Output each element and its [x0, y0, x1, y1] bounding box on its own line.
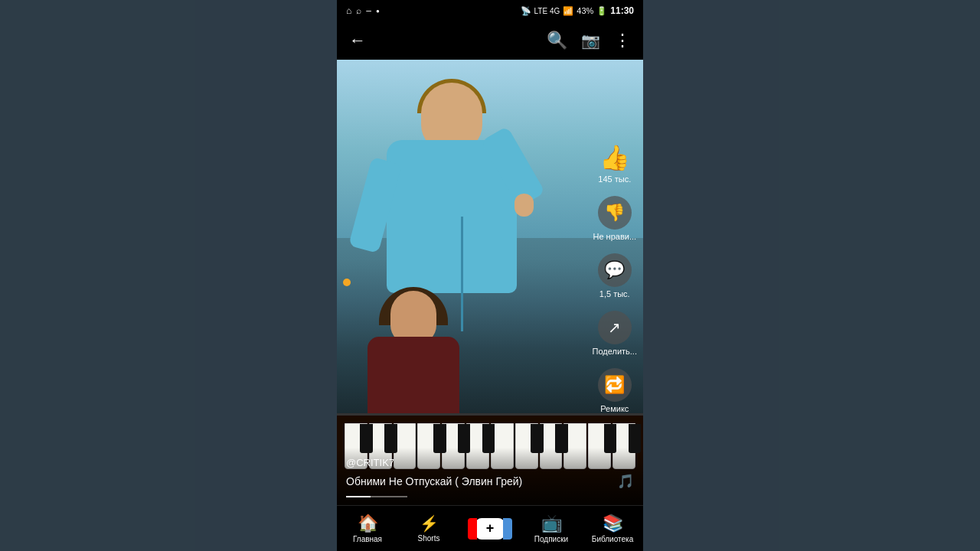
remix-button[interactable]: 🔁 Ремикс — [598, 368, 632, 413]
like-icon: 👍 — [599, 143, 630, 172]
share-icon: ↗ — [608, 318, 621, 337]
dot-status-icon: ● — [376, 8, 380, 15]
nav-shorts-button[interactable]: ⚡ Shorts — [398, 514, 459, 543]
video-title-row: Обними Не Отпускай ( Элвин Грей) 🎵 — [346, 473, 634, 490]
shorts-nav-icon: ⚡ — [420, 514, 439, 533]
hand-right — [514, 194, 534, 217]
subscriptions-nav-label: Подписки — [534, 535, 568, 543]
progress-bar — [346, 496, 407, 497]
search-button[interactable]: 🔍 — [547, 31, 567, 51]
battery-label: 43% — [577, 6, 593, 15]
shorts-nav-label: Shorts — [418, 534, 440, 543]
sound-icon[interactable]: 🎵 — [617, 473, 634, 490]
back-button[interactable]: ← — [349, 31, 366, 51]
channel-name: @CRITIK7 — [346, 457, 634, 468]
battery-icon: 🔋 — [596, 6, 607, 16]
subscriptions-nav-icon: 📺 — [541, 514, 562, 533]
library-nav-label: Библиотека — [592, 535, 633, 543]
camera-button[interactable]: 📷 — [581, 31, 600, 50]
status-bar-right: 📡 LTE 4G 📶 43% 🔋 11:30 — [521, 5, 634, 16]
status-bar-left: ⌂ ⌕ – ● — [346, 5, 380, 16]
comment-icon-circle: 💬 — [598, 253, 632, 287]
side-panel-left — [0, 0, 337, 551]
comment-icon: 💬 — [604, 260, 625, 280]
home-nav-label: Главная — [353, 535, 382, 543]
nav-subscriptions-button[interactable]: 📺 Подписки — [521, 514, 582, 543]
dislike-icon-circle: 👎 — [598, 196, 632, 230]
side-panel-right — [643, 0, 980, 551]
remix-icon-circle: 🔁 — [598, 368, 632, 402]
dislike-button[interactable]: 👎 Не нрави... — [593, 196, 636, 241]
status-bar: ⌂ ⌕ – ● 📡 LTE 4G 📶 43% 🔋 11:30 — [337, 0, 643, 21]
comment-button[interactable]: 💬 1,5 тыс. — [598, 253, 632, 298]
like-count: 145 тыс. — [598, 174, 631, 184]
share-button[interactable]: ↗ Поделить... — [593, 311, 637, 356]
like-button[interactable]: 👍 145 тыс. — [598, 143, 631, 184]
progress-indicator — [343, 279, 351, 286]
home-nav-icon: 🏠 — [358, 514, 378, 533]
phone-container: ⌂ ⌕ – ● 📡 LTE 4G 📶 43% 🔋 11:30 ← 🔍 📷 ⋮ — [337, 0, 643, 551]
video-title: Обними Не Отпускай ( Элвин Грей) — [346, 475, 611, 487]
dislike-label: Не нрави... — [593, 232, 636, 241]
search-status-icon: ⌕ — [356, 5, 361, 16]
nav-home-button[interactable]: 🏠 Главная — [337, 514, 398, 543]
top-nav-left: ← — [349, 31, 366, 51]
library-nav-icon: 📚 — [603, 514, 623, 533]
comment-count: 1,5 тыс. — [599, 289, 630, 298]
share-label: Поделить... — [593, 347, 637, 356]
minus-status-icon: – — [366, 5, 371, 16]
video-player[interactable]: 👍 145 тыс. 👎 Не нрави... 💬 1,5 тыс. — [337, 60, 643, 505]
video-info-overlay: @CRITIK7 Обними Не Отпускай ( Элвин Грей… — [337, 448, 643, 505]
create-button-icon[interactable]: + — [475, 518, 505, 540]
home-status-icon: ⌂ — [346, 5, 351, 16]
nav-create-button[interactable]: + — [459, 518, 521, 540]
lte-label: LTE 4G — [534, 7, 560, 15]
remix-icon: 🔁 — [604, 375, 625, 395]
signal-bars-icon: 📶 — [563, 6, 573, 16]
bottom-nav-bar: 🏠 Главная ⚡ Shorts + 📺 Подписки 📚 Библио… — [337, 505, 643, 551]
remix-label: Ремикс — [600, 404, 629, 413]
nav-library-button[interactable]: 📚 Библиотека — [582, 514, 643, 543]
cast-icon: 📡 — [521, 6, 531, 16]
side-action-buttons: 👍 145 тыс. 👎 Не нрави... 💬 1,5 тыс. — [593, 143, 637, 413]
top-nav-right: 🔍 📷 ⋮ — [547, 31, 631, 51]
more-options-button[interactable]: ⋮ — [614, 31, 631, 51]
share-icon-circle: ↗ — [598, 311, 632, 344]
progress-fill — [346, 496, 371, 497]
top-nav-bar: ← 🔍 📷 ⋮ — [337, 21, 643, 60]
plus-icon: + — [486, 520, 495, 536]
dislike-icon: 👎 — [604, 203, 625, 223]
time-display: 11:30 — [610, 5, 634, 16]
